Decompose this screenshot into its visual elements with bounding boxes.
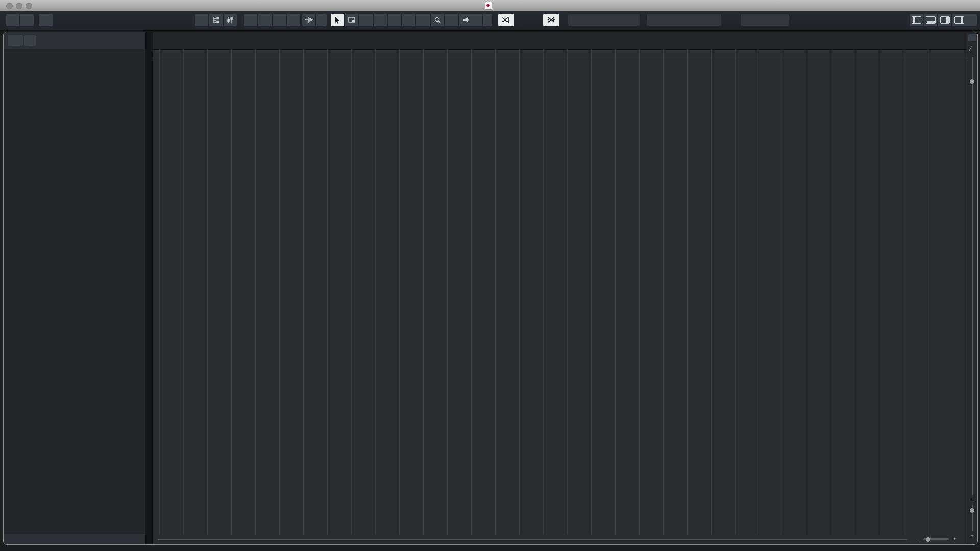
track-visibility-icon[interactable]: [209, 14, 223, 26]
toolbar: [0, 11, 980, 31]
event-display: – +: [153, 32, 967, 544]
channel-settings-icon[interactable]: [224, 14, 237, 26]
panel-divider[interactable]: [145, 32, 153, 544]
quantize-preset-dropdown[interactable]: [740, 14, 789, 26]
cubase-window: { "window": { "title": "Cubase Elements …: [0, 0, 980, 551]
left-zone-toggle[interactable]: [910, 14, 923, 26]
right-scroll-column: ∕ – +: [967, 32, 977, 544]
split-tool[interactable]: [388, 14, 401, 26]
setup-toolbar-icon[interactable]: [195, 14, 208, 26]
cubase-app-icon: [485, 2, 492, 10]
vzoom-minus[interactable]: –: [971, 497, 973, 503]
track-list-header: [4, 32, 145, 49]
right-zone-toggle[interactable]: [938, 14, 951, 26]
project-zone: – + ∕ – +: [3, 32, 978, 545]
hzoom-minus[interactable]: –: [918, 536, 920, 541]
line-tool[interactable]: [445, 14, 458, 26]
titlebar: [0, 0, 980, 11]
snap-type-dropdown[interactable]: [568, 14, 640, 26]
color-menu-arrow[interactable]: [483, 14, 492, 26]
track-list-panel: [4, 32, 145, 544]
vertical-scrollbar-thumb[interactable]: [970, 79, 974, 84]
iterative-quantize-button[interactable]: [794, 14, 807, 26]
mute-all-button[interactable]: [244, 14, 257, 26]
autoscroll-button[interactable]: [302, 14, 315, 26]
add-track-button[interactable]: [8, 35, 23, 46]
vzoom-plus[interactable]: +: [971, 533, 973, 538]
hzoom-slider-handle[interactable]: [926, 537, 930, 542]
undo-button[interactable]: [6, 14, 19, 26]
activate-project-button[interactable]: [39, 14, 53, 26]
vzoom-slider-handle[interactable]: [970, 508, 974, 513]
draw-tool[interactable]: [359, 14, 373, 26]
horizontal-scrollbar[interactable]: [158, 539, 907, 540]
track-list: [4, 49, 145, 534]
snap-zero-crossing-toggle[interactable]: [498, 14, 514, 26]
quantize-icon: [727, 14, 739, 26]
zoom-line-icon[interactable]: ∕: [970, 45, 971, 52]
range-selection-tool[interactable]: [345, 14, 358, 26]
track-list-menu-arrow[interactable]: [24, 35, 36, 46]
object-selection-tool[interactable]: [331, 14, 344, 26]
color-tool[interactable]: [469, 14, 482, 26]
solo-all-button[interactable]: [258, 14, 272, 26]
snap-toggle[interactable]: [543, 14, 559, 26]
open-quantize-panel-button[interactable]: [811, 14, 824, 26]
vertical-scrollbar[interactable]: [972, 57, 973, 495]
mute-tool[interactable]: [416, 14, 430, 26]
grid-type-dropdown[interactable]: [646, 14, 722, 26]
timeline-ruler[interactable]: [153, 32, 967, 50]
grid-background: [153, 49, 967, 534]
write-automation-button[interactable]: [287, 14, 300, 26]
track-list-footer: [4, 534, 145, 544]
redo-button[interactable]: [20, 14, 34, 26]
erase-tool[interactable]: [374, 14, 387, 26]
zoom-tool[interactable]: [431, 14, 444, 26]
ruler-options-arrow[interactable]: [968, 34, 976, 41]
toolbar-setup-gear-button[interactable]: [964, 14, 977, 26]
marker-lane[interactable]: [153, 49, 967, 61]
glue-tool[interactable]: [402, 14, 415, 26]
hzoom-plus[interactable]: +: [953, 536, 956, 541]
autoscroll-menu-arrow[interactable]: [316, 14, 327, 26]
lower-zone-toggle[interactable]: [924, 14, 937, 26]
read-automation-button[interactable]: [273, 14, 286, 26]
